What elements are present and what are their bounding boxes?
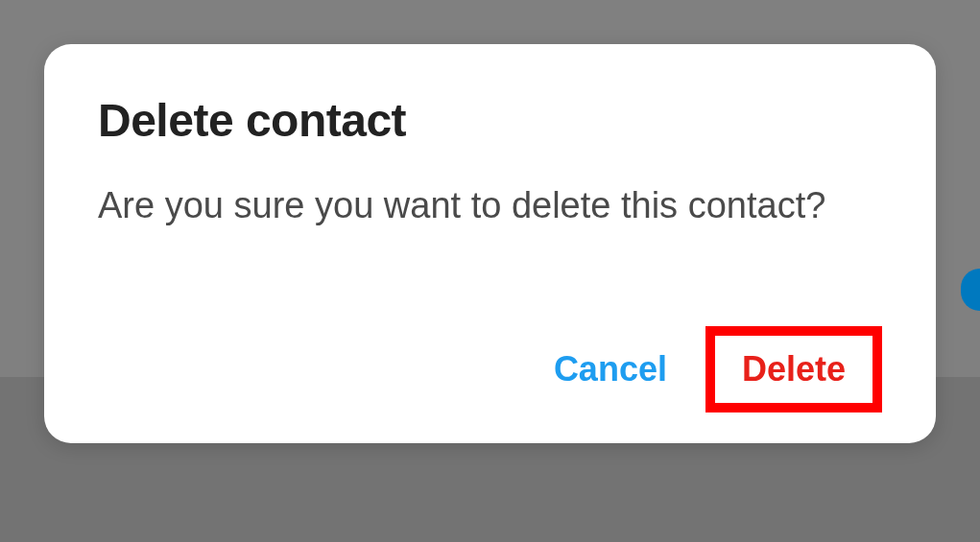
delete-contact-dialog: Delete contact Are you sure you want to … [44, 44, 936, 443]
delete-button[interactable]: Delete [715, 336, 872, 403]
annotation-highlight: Delete [705, 326, 882, 412]
cancel-button[interactable]: Cancel [531, 334, 690, 405]
dialog-message: Are you sure you want to delete this con… [98, 181, 882, 230]
background-element [961, 269, 980, 311]
dialog-actions: Cancel Delete [98, 326, 882, 412]
dialog-title: Delete contact [98, 94, 882, 147]
